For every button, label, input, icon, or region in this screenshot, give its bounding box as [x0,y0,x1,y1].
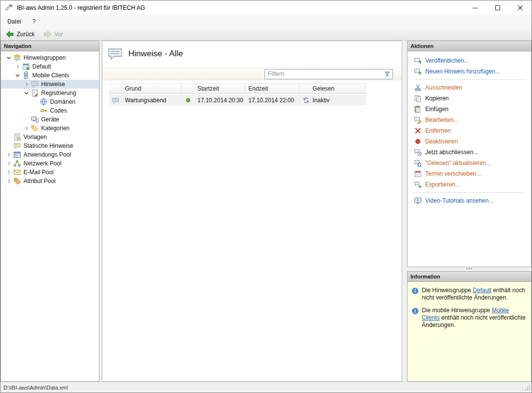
filter-funnel-icon[interactable] [384,70,391,78]
action-deaktivieren[interactable]: Deaktivieren [414,136,531,147]
close-button[interactable] [509,0,532,15]
menu-datei[interactable]: Datei [3,16,25,27]
header-icon-column[interactable] [109,84,122,93]
registrierung-icon [31,89,39,97]
maximize-button[interactable] [486,0,509,15]
active-status-icon [184,96,192,104]
chevron-down-icon[interactable] [14,71,22,79]
chevron-right-icon[interactable] [14,63,22,70]
navigation-panel-header: Navigation [1,41,99,51]
information-panel: Information Die Hinweisgruppe Default en… [407,271,532,382]
sidebar-item-hinweisgruppen[interactable]: Hinweisgruppen [1,53,99,62]
action-video-tutorials-ansehen[interactable]: Video-Tutorials ansehen... [414,195,531,206]
page-title: Hinweise - Alle [128,49,183,59]
deactivate-icon [414,138,422,145]
cell-startzeit: 17.10.2014 20:30 [194,95,245,105]
action-termin-verschieben[interactable]: Termin verschieben... [414,168,531,179]
sidebar-item-hinweise[interactable]: Hinweise [1,80,99,89]
link-default-group[interactable]: Default [473,287,491,294]
chevron-right-icon[interactable] [5,177,13,185]
action-gelesen-aktualisieren[interactable]: "Gelesen" aktualisieren... [414,158,531,168]
forward-button[interactable]: Vor [40,29,67,40]
hinweise-icon [31,80,39,88]
header-endzeit[interactable]: Endzeit [245,84,299,93]
action-exportieren[interactable]: Exportieren... [414,179,531,190]
sidebar-item-default[interactable]: Default [1,62,99,71]
header-gelesen[interactable]: Gelesen [299,84,366,93]
sidebar-item-email-pool[interactable]: E-Mail Pool [1,168,99,177]
action-kopieren[interactable]: Kopieren [414,93,531,104]
finish-now-icon [414,148,422,156]
info-icon [411,287,419,295]
reschedule-icon [414,170,422,178]
header-grund[interactable]: Grund [122,84,182,93]
cut-icon [414,84,422,92]
sidebar-item-attribut-pool[interactable]: Attribut Pool [1,177,99,185]
navigation-tree: Hinweisgruppen Default Mobile Clients Hi… [1,51,99,185]
resize-grip-icon[interactable] [525,385,531,392]
chevron-right-icon[interactable] [5,151,13,159]
chevron-right-icon[interactable] [5,168,13,176]
expander-spacer [5,142,13,150]
action-entfernen[interactable]: Entfernen [414,125,531,136]
attribut-pool-icon [13,177,21,185]
action-veroeffentlichen[interactable]: Veröffentlichen... [414,55,531,66]
inactive-status-icon [302,96,310,104]
chevron-right-icon[interactable] [5,160,13,167]
sidebar-item-codes[interactable]: Codes [1,106,99,115]
chevron-down-icon[interactable] [5,54,13,62]
paste-icon [414,105,422,113]
header-startzeit[interactable]: Startzeit [194,84,245,93]
refresh-read-icon [414,159,422,167]
statische-hinweise-icon [13,142,21,150]
filter-input[interactable] [265,69,393,79]
hinweise-table: Grund Startzeit Endzeit Gelesen Wartungs… [109,83,366,105]
table-row[interactable]: Wartungsabend 17.10.2014 20:30 17.10.201… [109,95,366,105]
chevron-right-icon[interactable] [23,80,30,88]
minimize-button[interactable] [464,0,486,15]
email-pool-icon [13,168,21,176]
actions-panel-header: Aktionen [408,41,531,51]
action-ausschneiden[interactable]: Ausschneiden [414,82,531,93]
action-bearbeiten[interactable]: Bearbeiten... [414,115,531,125]
default-group-icon [22,63,30,70]
action-einfuegen[interactable]: Einfügen [414,104,531,115]
sidebar-item-registrierung[interactable]: Registrierung [1,89,99,97]
sidebar-item-statische-hinweise[interactable]: Statische Hinweise [1,141,99,150]
domaenen-icon [40,98,48,106]
expander-spacer [31,107,39,115]
panel-splitter[interactable]: ... [407,267,532,271]
sidebar-item-kategorien[interactable]: Kategorien [1,124,99,133]
sidebar-item-geraete[interactable]: Geräte [1,115,99,124]
expander-spacer [5,133,13,141]
back-button[interactable]: Zurück [2,29,38,40]
action-jetzt-abschliessen[interactable]: Jetzt abschliessen... [414,147,531,158]
header-status-column[interactable] [182,84,194,93]
table-header: Grund Startzeit Endzeit Gelesen [109,83,366,94]
cell-endzeit: 17.10.2014 22:00 [245,95,299,105]
right-column: Aktionen Veröffentlichen... Neuen Hinwei… [407,41,532,382]
geraete-icon [31,116,39,123]
menu-help[interactable]: ? [28,16,40,27]
sidebar-item-netzwerk-pool[interactable]: Netzwerk Pool [1,159,99,168]
codes-icon [40,107,48,115]
actions-panel: Aktionen Veröffentlichen... Neuen Hinwei… [407,41,532,267]
status-bar: D:\IBI-aws\Admin\Data.xml [0,382,532,393]
export-icon [414,181,422,188]
content-area: Navigation Hinweisgruppen Default Mobile… [0,41,532,382]
toolbar: Zurück Vor [0,28,532,41]
chevron-right-icon[interactable] [23,124,30,132]
sidebar-item-anwendungs-pool[interactable]: Anwendungs Pool [1,150,99,159]
main-panel: Hinweise - Alle Grund Startzeit Endzeit [102,41,402,382]
vorlagen-icon [13,133,21,141]
sidebar-item-vorlagen[interactable]: Vorlagen [1,133,99,141]
window-title: IBI-aws Admin 1.25.0 - registriert für I… [17,4,145,11]
action-neuen-hinweis-hinzufuegen[interactable]: Neuen Hinweis hinzufügen... [414,66,531,77]
sidebar-item-domaenen[interactable]: Domänen [1,97,99,106]
sidebar-item-mobile-clients[interactable]: Mobile Clients [1,71,99,80]
chevron-down-icon[interactable] [23,89,30,97]
separator [414,79,525,80]
menu-bar: Datei ? [0,15,532,28]
back-button-label: Zurück [17,31,35,38]
kategorien-icon [31,124,39,132]
